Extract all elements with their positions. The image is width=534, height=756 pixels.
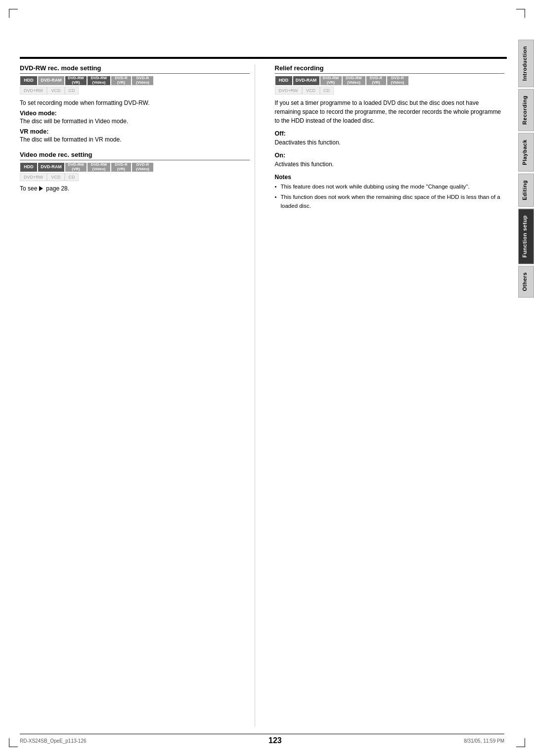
footer-right: 8/31/05, 11:59 PM (464, 738, 504, 744)
relief-compat-bar2: DVD+RW VCD CD (275, 87, 505, 94)
relief-hdd: HDD (275, 76, 293, 86)
relief-recording-section: Relief recording HDD DVD-RAM DVD-RW(VR) … (275, 64, 505, 210)
videorec-dvdr-video: DVD-R(Video) (132, 162, 154, 172)
corner-tr (516, 9, 525, 18)
video-mode-subsection: Video mode: The disc will be formatted i… (20, 109, 250, 126)
dvdrw-description: To set recording mode when formatting DV… (20, 98, 250, 107)
note-item-1: This feature does not work while dubbing… (275, 183, 505, 191)
relief-dvdplusrw: DVD+RW (275, 87, 302, 94)
video-mode-text: The disc will be formatted in Video mode… (20, 117, 250, 126)
video-mode-rec-section: Video mode rec. setting HDD DVD-RAM DVD-… (20, 151, 250, 192)
videorec-dvd-ram: DVD-RAM (38, 162, 65, 172)
relief-vcd: VCD (302, 87, 320, 94)
tab-introduction[interactable]: Introduction (518, 40, 534, 87)
page-ref: To see page 28. (20, 185, 250, 192)
relief-cd: CD (320, 87, 334, 94)
page-number: 123 (87, 736, 464, 745)
videorec-compat-bar1: HDD DVD-RAM DVD-RW(VR) DVD-RW(Video) DVD… (20, 162, 250, 172)
relief-dvdrw-vr: DVD-RW(VR) (320, 76, 342, 86)
on-text: Activates this function. (275, 160, 505, 169)
relief-dvd-ram: DVD-RAM (293, 76, 320, 86)
compat-dvdr-vr: DVD-R(VR) (111, 76, 132, 86)
relief-dvdrw-video: DVD-RW(Video) (342, 76, 366, 86)
tab-recording[interactable]: Recording (518, 89, 534, 131)
on-subsection: On: Activates this function. (275, 152, 505, 169)
videorec-dvdrw-vr: DVD-RW(VR) (65, 162, 87, 172)
on-heading: On: (275, 152, 505, 159)
compat-dvdrw-vr: DVD-RW(VR) (65, 76, 87, 86)
vr-mode-heading: VR mode: (20, 128, 48, 135)
footer: RD-XS24SB_OpeE_p113-126 123 8/31/05, 11:… (20, 734, 504, 745)
compat-dvdplusrw: DVD+RW (20, 87, 47, 94)
dvdrw-rec-mode-title: DVD-RW rec. mode setting (20, 64, 250, 74)
corner-tl (9, 9, 18, 18)
videorec-dvdrw-video: DVD-RW(Video) (87, 162, 111, 172)
notes-list: This feature does not work while dubbing… (275, 183, 505, 210)
compat-dvdrw-video: DVD-RW(Video) (87, 76, 111, 86)
page-ref-page: page 28. (46, 185, 69, 192)
videorec-dvdr-vr: DVD-R(VR) (111, 162, 132, 172)
arrow-icon (39, 186, 43, 191)
relief-compat-bar1: HDD DVD-RAM DVD-RW(VR) DVD-RW(Video) DVD… (275, 76, 505, 86)
relief-dvdr-video: DVD-R(Video) (387, 76, 409, 86)
right-column: Relief recording HDD DVD-RAM DVD-RW(VR) … (270, 64, 505, 726)
off-text: Deactivates this function. (275, 138, 505, 147)
relief-description: If you set a timer programme to a loaded… (275, 98, 505, 125)
off-heading: Off: (275, 130, 505, 137)
videorec-vcd: VCD (47, 173, 65, 181)
page-ref-text: To see (20, 185, 37, 192)
compat-dvd-ram: DVD-RAM (38, 76, 65, 86)
dvdrw-compat-bar1: HDD DVD-RAM DVD-RW(VR) DVD-RW(Video) DVD… (20, 76, 250, 86)
videorec-compat-bar2: DVD+RW VCD CD (20, 173, 250, 181)
notes-section: Notes This feature does not work while d… (275, 174, 505, 210)
tab-editing[interactable]: Editing (518, 174, 534, 207)
tab-function-setup[interactable]: Function setup (518, 209, 534, 264)
tab-playback[interactable]: Playback (518, 133, 534, 172)
main-content: DVD-RW rec. mode setting HDD DVD-RAM DVD… (20, 64, 504, 726)
video-mode-rec-title: Video mode rec. setting (20, 151, 250, 160)
compat-cd: CD (65, 87, 79, 94)
videorec-dvdplusrw: DVD+RW (20, 173, 47, 181)
top-rule (20, 57, 507, 59)
dvdrw-rec-mode-section: DVD-RW rec. mode setting HDD DVD-RAM DVD… (20, 64, 250, 144)
notes-heading: Notes (275, 174, 505, 181)
side-tabs: Introduction Recording Playback Editing … (518, 40, 534, 298)
video-mode-heading: Video mode: (20, 110, 57, 117)
note-item-2: This function does not work when the rem… (275, 193, 505, 210)
compat-hdd: HDD (20, 76, 38, 86)
vr-mode-subsection: VR mode: The disc will be formatted in V… (20, 128, 250, 144)
relief-recording-title: Relief recording (275, 64, 505, 74)
corner-br (516, 738, 525, 747)
vr-mode-text: The disc will be formatted in VR mode. (20, 135, 250, 144)
compat-vcd: VCD (47, 87, 65, 94)
relief-dvdr-vr: DVD-R(VR) (366, 76, 387, 86)
left-column: DVD-RW rec. mode setting HDD DVD-RAM DVD… (20, 64, 255, 726)
compat-dvdr-video: DVD-R(Video) (132, 76, 154, 86)
videorec-hdd: HDD (20, 162, 38, 172)
dvdrw-compat-bar2: DVD+RW VCD CD (20, 87, 250, 94)
videorec-cd: CD (65, 173, 79, 181)
corner-bl (9, 738, 18, 747)
off-subsection: Off: Deactivates this function. (275, 130, 505, 147)
footer-left: RD-XS24SB_OpeE_p113-126 (20, 738, 87, 744)
tab-others[interactable]: Others (518, 266, 534, 297)
